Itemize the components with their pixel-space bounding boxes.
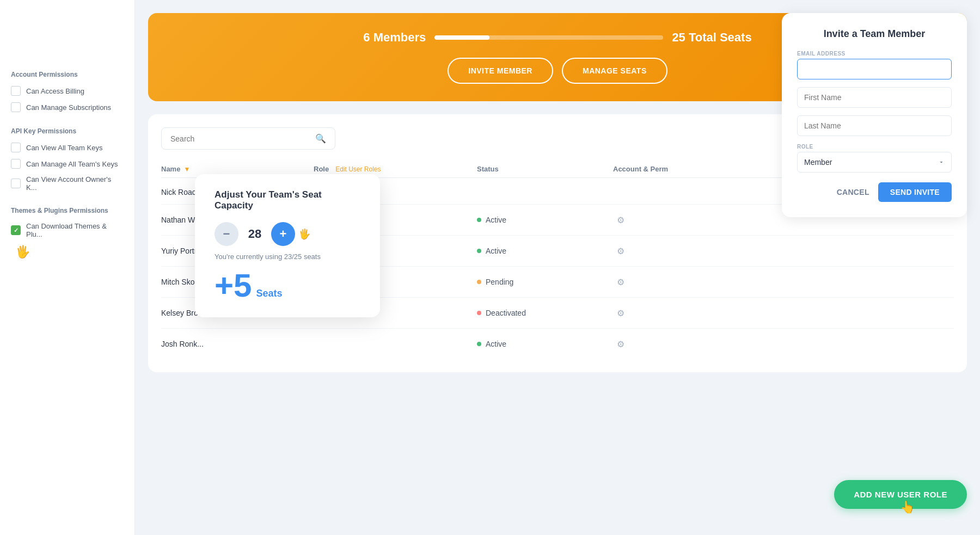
email-input[interactable]	[797, 59, 952, 79]
popup-title: Adjust Your Team's Seat Capacity	[215, 189, 360, 211]
settings-icon[interactable]: ⚙	[613, 336, 628, 352]
row-actions[interactable]: ⚙	[613, 305, 954, 321]
role-field-group: ROLE Member Admin Owner	[797, 144, 952, 173]
role-select[interactable]: Member Admin Owner	[797, 152, 952, 173]
manage-keys-checkbox[interactable]	[11, 159, 21, 169]
view-keys-checkbox[interactable]	[11, 143, 21, 152]
status-dot-icon	[477, 280, 481, 284]
cancel-button[interactable]: CANCEL	[835, 182, 872, 202]
last-name-field-group	[797, 115, 952, 136]
settings-icon[interactable]: ⚙	[613, 305, 628, 321]
row-status: Pending	[477, 278, 613, 286]
seat-capacity-popup: Adjust Your Team's Seat Capacity − 28 + …	[195, 174, 380, 317]
row-status: Active	[477, 247, 613, 255]
manage-seats-button[interactable]: MANAGE SEATS	[562, 58, 667, 84]
invite-member-button[interactable]: INVITE MEMBER	[448, 58, 553, 84]
row-status: Active	[477, 216, 613, 224]
settings-icon[interactable]: ⚙	[613, 212, 628, 227]
sidebar-item-owner-keys[interactable]: Can View Account Owner's K...	[11, 175, 124, 192]
sidebar-item-manage-keys[interactable]: Can Manage All Team's Keys	[11, 159, 124, 169]
members-count: 6 Members	[363, 30, 426, 45]
table-row: Josh Ronk... Active ⚙	[161, 329, 954, 359]
email-label: EMAIL ADDRESS	[797, 51, 952, 57]
sort-arrow-icon: ▼	[183, 165, 190, 173]
billing-checkbox[interactable]	[11, 86, 21, 96]
status-dot-icon	[477, 311, 481, 315]
seat-delta-value: +5	[215, 269, 252, 302]
progress-bar-fill	[434, 35, 489, 40]
search-bar[interactable]: 🔍	[161, 127, 335, 150]
col-role: Role Edit User Roles	[314, 165, 477, 173]
seat-stepper: − 28 + 🖐	[215, 222, 360, 246]
decrease-seats-button[interactable]: −	[215, 222, 238, 246]
seats-progress-bar	[434, 35, 663, 40]
view-keys-label: Can View All Team Keys	[26, 144, 102, 152]
email-field-group: EMAIL ADDRESS	[797, 51, 952, 79]
banner-buttons: INVITE MEMBER MANAGE SEATS	[448, 58, 667, 84]
cursor-pointer-icon: 👆	[900, 500, 915, 514]
owner-keys-checkbox[interactable]	[11, 179, 21, 188]
first-name-field-group	[797, 87, 952, 108]
col-name: Name ▼	[161, 165, 314, 173]
billing-label: Can Access Billing	[26, 87, 84, 95]
status-dot-icon	[477, 342, 481, 346]
row-status: Deactivated	[477, 309, 613, 317]
sidebar-item-subscriptions[interactable]: Can Manage Subscriptions	[11, 102, 124, 112]
manage-keys-label: Can Manage All Team's Keys	[26, 160, 118, 168]
cursor-hand-icon: 🖐	[298, 228, 310, 240]
row-actions[interactable]: ⚙	[613, 243, 954, 259]
account-permissions-title: Account Permissions	[11, 71, 124, 78]
sidebar-item-themes[interactable]: Can Download Themes & Plu...	[11, 222, 124, 238]
owner-keys-label: Can View Account Owner's K...	[26, 175, 124, 192]
status-dot-icon	[477, 249, 481, 253]
row-actions[interactable]: ⚙	[613, 336, 954, 352]
row-status: Active	[477, 340, 613, 348]
row-name: Josh Ronk...	[161, 340, 314, 348]
seat-delta-display: +5 Seats	[215, 269, 360, 302]
subscriptions-checkbox[interactable]	[11, 102, 21, 112]
api-key-permissions-title: API Key Permissions	[11, 127, 124, 135]
invite-panel-title: Invite a Team Member	[797, 28, 952, 40]
search-input[interactable]	[170, 134, 310, 143]
status-dot-icon	[477, 218, 481, 222]
settings-icon[interactable]: ⚙	[613, 274, 628, 290]
increase-seats-button[interactable]: +	[271, 222, 295, 246]
themes-plugins-title: Themes & Plugins Permissions	[11, 207, 124, 214]
cursor-hand-icon: 🖐	[15, 245, 124, 259]
seat-usage-text: You're currently using 23/25 seats	[215, 253, 360, 261]
row-actions[interactable]: ⚙	[613, 274, 954, 290]
sidebar: Account Permissions Can Access Billing C…	[0, 0, 135, 535]
edit-roles-link[interactable]: Edit User Roles	[335, 165, 381, 173]
send-invite-button[interactable]: SEND INVITE	[878, 182, 952, 202]
col-status: Status	[477, 165, 613, 173]
settings-icon[interactable]: ⚙	[613, 243, 628, 259]
sidebar-item-view-keys[interactable]: Can View All Team Keys	[11, 143, 124, 152]
last-name-input[interactable]	[797, 115, 952, 136]
themes-label: Can Download Themes & Plu...	[26, 222, 124, 238]
role-label: ROLE	[797, 144, 952, 150]
first-name-input[interactable]	[797, 87, 952, 108]
subscriptions-label: Can Manage Subscriptions	[26, 103, 111, 112]
search-icon: 🔍	[315, 133, 326, 144]
main-content: 6 Members 25 Total Seats INVITE MEMBER M…	[135, 0, 980, 535]
seats-value: 28	[238, 227, 271, 241]
invite-panel: Invite a Team Member EMAIL ADDRESS ROLE …	[782, 13, 967, 217]
seat-delta-label: Seats	[256, 288, 282, 299]
sidebar-item-billing[interactable]: Can Access Billing	[11, 86, 124, 96]
invite-actions: CANCEL SEND INVITE	[797, 182, 952, 202]
themes-checkbox[interactable]	[11, 225, 21, 235]
total-seats: 25 Total Seats	[672, 30, 751, 45]
